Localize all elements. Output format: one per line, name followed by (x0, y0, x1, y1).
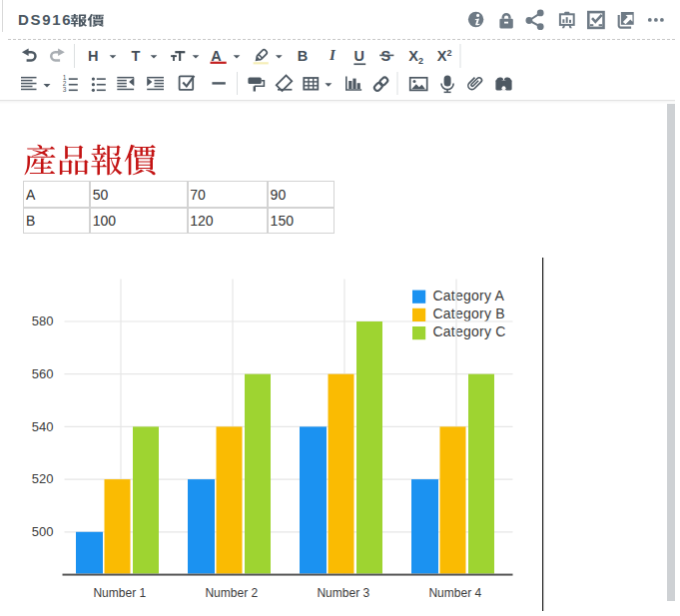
svg-text:3: 3 (63, 86, 67, 93)
